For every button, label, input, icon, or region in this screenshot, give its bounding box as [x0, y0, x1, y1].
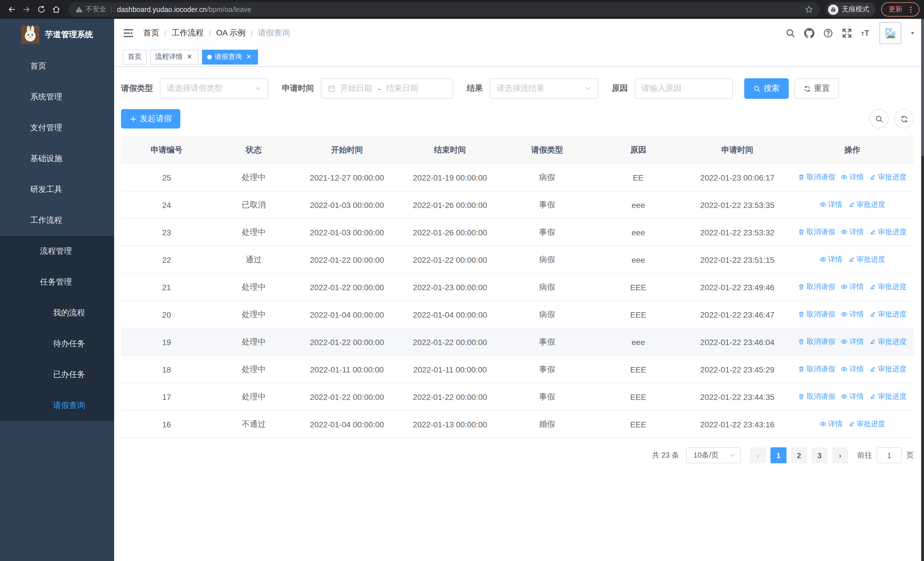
sidebar-item-9[interactable]: 待办任务: [0, 328, 114, 359]
help-icon[interactable]: [823, 28, 833, 38]
security-chip[interactable]: 不安全: [86, 5, 106, 14]
refresh-table-button[interactable]: [894, 109, 914, 129]
cancel-link[interactable]: 取消请假: [798, 282, 835, 292]
prev-page-button[interactable]: ‹: [750, 447, 766, 463]
page-size-select[interactable]: 10条/页: [686, 447, 741, 463]
progress-link[interactable]: 审批进度: [870, 310, 907, 319]
view-icon: [841, 338, 848, 345]
sidebar-item-6[interactable]: 流程管理: [0, 236, 114, 267]
breadcrumb-item-1[interactable]: 工作流程: [172, 28, 204, 38]
close-icon[interactable]: ✕: [245, 53, 253, 61]
sidebar-item-label: 研发工具: [30, 185, 62, 195]
fullscreen-icon[interactable]: [842, 28, 852, 38]
detail-link[interactable]: 详情: [841, 310, 864, 319]
breadcrumb-separator: /: [164, 29, 166, 38]
progress-link[interactable]: 审批进度: [848, 255, 885, 265]
progress-link[interactable]: 审批进度: [848, 419, 885, 429]
sidebar-item-0[interactable]: 首页: [0, 51, 114, 82]
view-icon: [841, 366, 848, 373]
app-logo[interactable]: 芋道管理系统: [0, 19, 114, 51]
jumper-input[interactable]: 1: [877, 447, 902, 463]
cancel-link[interactable]: 取消请假: [798, 364, 835, 374]
close-icon[interactable]: ✕: [186, 53, 194, 61]
sidebar-item-5[interactable]: 工作流程: [0, 205, 114, 236]
detail-link[interactable]: 详情: [841, 173, 864, 182]
cell-type: 病假: [501, 172, 592, 182]
refresh-icon: [804, 85, 811, 92]
tab-0[interactable]: 首页: [123, 50, 147, 64]
cancel-link[interactable]: 取消请假: [798, 310, 835, 319]
sidebar-item-label: 流程管理: [40, 246, 72, 257]
forward-button[interactable]: [20, 3, 33, 16]
reason-input[interactable]: 请输入原因: [634, 78, 733, 99]
search-button[interactable]: 搜索: [744, 78, 789, 99]
progress-link[interactable]: 审批进度: [870, 282, 907, 292]
detail-link[interactable]: 详情: [841, 337, 864, 347]
show-search-button[interactable]: [869, 109, 889, 129]
progress-link[interactable]: 审批进度: [870, 173, 907, 182]
refresh-icon: [900, 114, 908, 123]
hamburger-icon[interactable]: [123, 27, 134, 39]
update-label: 更新: [889, 5, 902, 14]
cancel-link[interactable]: 取消请假: [798, 227, 835, 237]
broken-image-icon: [884, 26, 897, 40]
progress-link[interactable]: 审批进度: [848, 200, 885, 210]
table-row-21: 21处理中2022-01-22 00:00:002022-01-23 00:00…: [121, 274, 914, 301]
cell-actions: 取消请假详情审批进度: [791, 282, 914, 292]
progress-link[interactable]: 审批进度: [870, 337, 907, 347]
cell-reason: eee: [593, 255, 684, 264]
avatar[interactable]: [879, 22, 901, 44]
scrollbar[interactable]: [921, 19, 924, 561]
search-icon[interactable]: [785, 28, 796, 38]
detail-link[interactable]: 详情: [819, 255, 842, 265]
sidebar-item-4[interactable]: 研发工具: [0, 174, 114, 205]
bookmark-star-icon[interactable]: [805, 5, 813, 14]
update-chip[interactable]: 更新: [881, 2, 920, 17]
sidebar-item-2[interactable]: 支付管理: [0, 113, 114, 143]
cancel-link[interactable]: 取消请假: [798, 337, 835, 347]
cancel-link[interactable]: 取消请假: [798, 392, 835, 402]
home-button[interactable]: [49, 3, 63, 16]
detail-link[interactable]: 详情: [841, 282, 864, 292]
page-button-3[interactable]: 3: [812, 447, 828, 463]
breadcrumb-item-0[interactable]: 首页: [143, 28, 159, 38]
cancel-link[interactable]: 取消请假: [798, 173, 835, 182]
next-page-button[interactable]: ›: [832, 447, 848, 463]
cell-id: 17: [121, 392, 212, 401]
flow-icon: [23, 277, 33, 287]
tab-1[interactable]: 流程详情✕: [150, 50, 199, 64]
sidebar-item-11[interactable]: 请假查询: [0, 390, 114, 421]
detail-link[interactable]: 详情: [841, 227, 864, 237]
address-bar[interactable]: 不安全 dashboard.yudao.iocoder.cn /bpm/oa/l…: [69, 2, 820, 17]
page-button-2[interactable]: 2: [791, 447, 807, 463]
page-button-1[interactable]: 1: [771, 447, 786, 463]
scrollbar-thumb[interactable]: [921, 19, 924, 156]
sidebar-item-7[interactable]: 任务管理: [0, 267, 114, 298]
detail-link[interactable]: 详情: [841, 392, 864, 402]
reset-button[interactable]: 重置: [795, 78, 839, 99]
apply-time-range-picker[interactable]: 开始日期 - 结束日期: [321, 78, 453, 99]
progress-link[interactable]: 审批进度: [870, 364, 907, 374]
detail-link[interactable]: 详情: [819, 200, 842, 210]
sidebar-item-8[interactable]: 我的流程: [0, 298, 114, 328]
avatar-caret-icon[interactable]: [910, 30, 915, 36]
breadcrumb-item-2[interactable]: OA 示例: [216, 28, 246, 38]
result-select[interactable]: 请选择流结果: [490, 78, 598, 99]
sidebar-item-1[interactable]: 系统管理: [0, 82, 114, 113]
browser-menu-icon[interactable]: [907, 5, 915, 14]
github-icon[interactable]: [804, 28, 814, 38]
sidebar-item-3[interactable]: 基础设施: [0, 143, 114, 174]
detail-link[interactable]: 详情: [819, 419, 842, 429]
tab-2[interactable]: 请假查询✕: [202, 50, 258, 64]
progress-link[interactable]: 审批进度: [870, 392, 907, 402]
detail-link[interactable]: 详情: [841, 364, 864, 374]
create-leave-button[interactable]: 发起请假: [121, 109, 180, 129]
leave-type-select[interactable]: 请选择请假类型: [160, 78, 268, 99]
cell-type: 事假: [501, 337, 592, 347]
back-button[interactable]: [4, 3, 18, 16]
font-size-icon[interactable]: TT: [861, 28, 871, 38]
trash-icon: [798, 284, 805, 290]
sidebar-item-10[interactable]: 已办任务: [0, 359, 114, 390]
progress-link[interactable]: 审批进度: [870, 227, 907, 237]
reload-button[interactable]: [34, 3, 48, 16]
